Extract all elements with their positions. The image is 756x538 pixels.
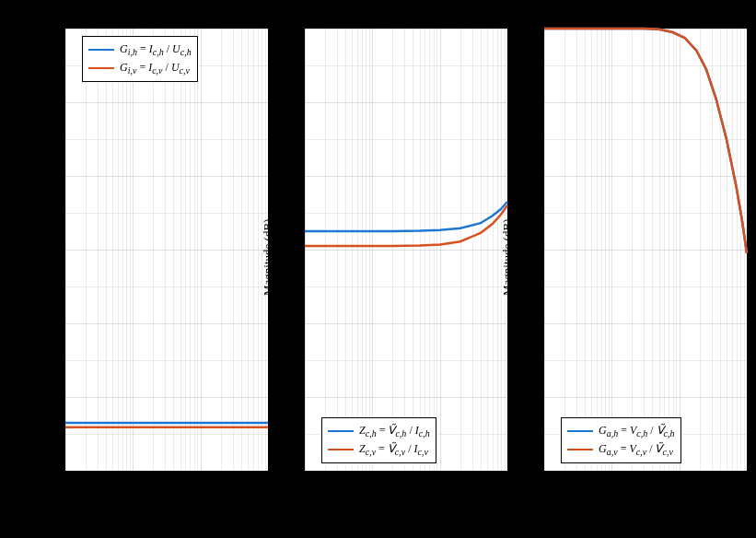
grid-line xyxy=(305,471,507,472)
legend-swatch xyxy=(328,430,354,432)
xtick-label: 102 xyxy=(52,474,66,485)
ytick-label: -20 xyxy=(511,317,539,328)
series-line xyxy=(305,205,507,246)
legend-entry: Ga,v = Vc,v / Ṽc,v xyxy=(567,440,675,459)
xtick-label: 105 xyxy=(494,474,508,485)
legend-entry: Gi,v = Ic,v / Uc,v xyxy=(88,59,192,77)
xtick-label: 104 xyxy=(427,474,441,485)
legend-swatch xyxy=(88,67,114,69)
ytick-label: -40 xyxy=(32,391,60,402)
ytick-label: 20 xyxy=(272,170,299,181)
legend-entry: Zc,v = Ṽc,v / Ic,v xyxy=(328,440,430,459)
xtick-label: 103 xyxy=(120,474,134,485)
chart-panel-right: Amplifier closed loop-60-40-200204060102… xyxy=(543,28,748,472)
curves-svg xyxy=(65,29,268,471)
x-axis-label: Frequency (Hz) xyxy=(305,493,507,508)
x-axis-label: Frequency (Hz) xyxy=(544,493,747,508)
series-line xyxy=(544,29,747,253)
legend: Zc,h = Ṽc,h / Ic,hZc,v = Ṽc,v / Ic,v xyxy=(321,417,436,463)
legend-label: Gi,h = Ic,h / Uc,h xyxy=(120,42,192,57)
ytick-label: 40 xyxy=(272,96,299,107)
chart-panel-middle: Amplifier efficiency-60-40-2002040601021… xyxy=(304,28,508,472)
series-line xyxy=(305,202,507,231)
xtick-label: 105 xyxy=(255,474,269,485)
y-axis-label: Magnitude (dB) xyxy=(500,219,515,296)
legend-entry: Gi,h = Ic,h / Uc,h xyxy=(88,41,192,59)
ytick-label: -20 xyxy=(272,317,299,328)
panel-title: Amplifier efficiency xyxy=(305,8,507,23)
figure-root: Current controller-60-40-200204060102103… xyxy=(0,0,756,538)
ytick-label: 20 xyxy=(511,170,539,181)
legend-label: Ga,h = Vc,h / Ṽc,h xyxy=(599,424,675,439)
xtick-label: 104 xyxy=(667,474,680,485)
ytick-label: 20 xyxy=(32,170,60,181)
xtick-label: 102 xyxy=(531,474,545,485)
xtick-label: 103 xyxy=(359,474,373,485)
ytick-label: 40 xyxy=(32,96,60,107)
panel-title: Amplifier closed loop xyxy=(544,8,747,23)
ytick-label: 0 xyxy=(32,243,60,254)
ytick-label: -40 xyxy=(511,391,539,402)
legend-entry: Zc,h = Ṽc,h / Ic,h xyxy=(328,422,430,440)
legend-swatch xyxy=(567,430,593,432)
xtick-label: 102 xyxy=(292,474,306,485)
legend-label: Zc,h = Ṽc,h / Ic,h xyxy=(359,424,430,439)
legend: Ga,h = Vc,h / Ṽc,hGa,v = Vc,v / Ṽc,v xyxy=(561,417,681,463)
legend-label: Zc,v = Ṽc,v / Ic,v xyxy=(359,442,428,457)
ytick-label: -40 xyxy=(272,391,299,402)
xtick-label: 104 xyxy=(188,474,202,485)
curves-svg xyxy=(305,29,507,471)
x-axis-label: Frequency (Hz) xyxy=(65,493,268,508)
legend-label: Gi,v = Ic,v / Uc,v xyxy=(120,61,190,76)
ytick-label: 60 xyxy=(32,22,60,33)
xtick-label: 103 xyxy=(599,474,612,485)
legend-label: Ga,v = Vc,v / Ṽc,v xyxy=(599,442,673,457)
legend: Gi,h = Ic,h / Uc,hGi,v = Ic,v / Uc,v xyxy=(82,36,198,82)
y-axis-label: Magnitude (dB) xyxy=(21,219,36,296)
legend-swatch xyxy=(328,449,354,450)
ytick-label: 0 xyxy=(272,243,299,254)
ytick-label: -20 xyxy=(32,317,60,328)
ytick-label: 0 xyxy=(511,243,539,254)
series-line xyxy=(544,29,747,253)
grid-line xyxy=(544,471,747,472)
y-axis-label: Magnitude (dB) xyxy=(261,219,275,296)
xtick-label: 105 xyxy=(734,474,748,485)
grid-line xyxy=(65,471,268,472)
legend-entry: Ga,h = Vc,h / Ṽc,h xyxy=(567,422,675,440)
chart-panel-left: Current controller-60-40-200204060102103… xyxy=(64,28,269,472)
panel-title: Current controller xyxy=(65,8,268,23)
legend-swatch xyxy=(88,49,114,51)
ytick-label: 60 xyxy=(272,22,299,33)
legend-swatch xyxy=(567,449,593,450)
ytick-label: 60 xyxy=(511,22,539,33)
ytick-label: 40 xyxy=(511,96,539,107)
curves-svg xyxy=(544,29,747,471)
